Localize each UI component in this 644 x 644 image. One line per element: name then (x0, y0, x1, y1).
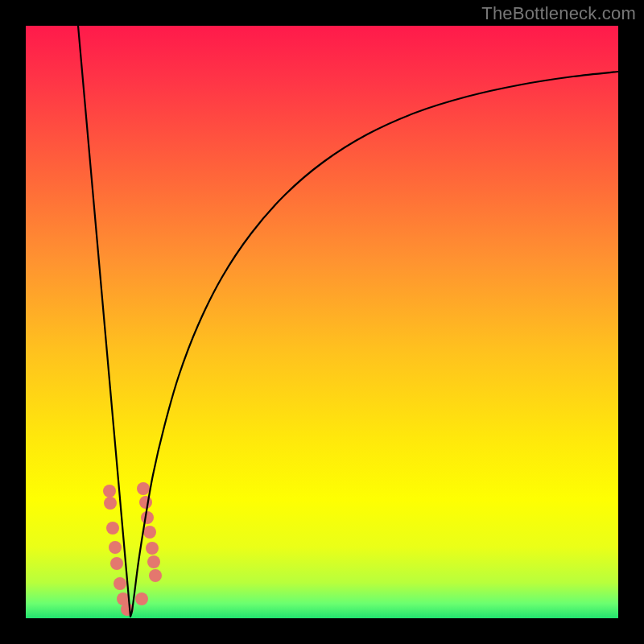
marker-dot (106, 522, 119, 535)
watermark-text: TheBottleneck.com (481, 3, 636, 24)
marker-dot (139, 496, 152, 509)
marker-dot (135, 592, 148, 605)
marker-dot (114, 577, 126, 590)
marker-dot (110, 557, 123, 570)
marker-dot (141, 511, 154, 524)
marker-dot (149, 569, 162, 582)
marker-dot (103, 485, 116, 497)
marker-dot (143, 526, 156, 539)
marker-dot (109, 541, 122, 554)
marker-dot (104, 497, 117, 510)
marker-dot (146, 542, 159, 555)
chart-frame: TheBottleneck.com (0, 0, 644, 644)
marker-dot (137, 482, 150, 495)
marker-dot (147, 555, 160, 568)
chart-svg (26, 26, 618, 618)
plot-area (26, 26, 618, 618)
